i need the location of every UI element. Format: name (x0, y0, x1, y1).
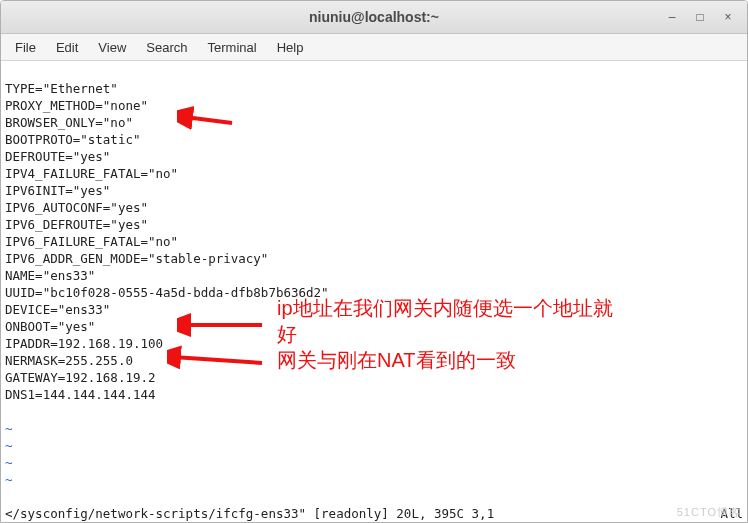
svg-line-0 (185, 117, 232, 123)
config-line: IPV6INIT="yes" (5, 183, 110, 198)
config-line: DEVICE="ens33" (5, 302, 110, 317)
config-line: DEFROUTE="yes" (5, 149, 110, 164)
config-line: IPV6_FAILURE_FATAL="no" (5, 234, 178, 249)
arrow-icon (167, 345, 267, 371)
window-controls: – □ × (659, 1, 741, 33)
vim-tilde: ~ (5, 438, 13, 453)
menu-file[interactable]: File (7, 38, 44, 57)
config-line: DNS1=144.144.144.144 (5, 387, 156, 402)
vim-statusline: </sysconfig/network-scripts/ifcfg-ens33"… (5, 505, 743, 522)
config-line: PROXY_METHOD="none" (5, 98, 148, 113)
title-bar: niuniu@localhost:~ – □ × (1, 1, 747, 34)
config-line: IPADDR=192.168.19.100 (5, 336, 163, 351)
minimize-button[interactable]: – (659, 6, 685, 28)
menu-search[interactable]: Search (138, 38, 195, 57)
status-left: </sysconfig/network-scripts/ifcfg-ens33"… (5, 505, 494, 522)
arrow-icon (177, 313, 267, 337)
vim-tilde: ~ (5, 472, 13, 487)
vim-tilde: ~ (5, 421, 13, 436)
menu-bar: File Edit View Search Terminal Help (1, 34, 747, 61)
config-line: NERMASK=255.255.0 (5, 353, 133, 368)
window-title: niuniu@localhost:~ (309, 9, 439, 25)
menu-view[interactable]: View (90, 38, 134, 57)
maximize-button[interactable]: □ (687, 6, 713, 28)
config-line: IPV4_FAILURE_FATAL="no" (5, 166, 178, 181)
config-line: IPV6_AUTOCONF="yes" (5, 200, 148, 215)
config-line: ONBOOT="yes" (5, 319, 95, 334)
config-line: IPV6_ADDR_GEN_MODE="stable-privacy" (5, 251, 268, 266)
vim-tilde: ~ (5, 455, 13, 470)
annotation-gateway: 网关与刚在NAT看到的一致 (277, 348, 516, 372)
config-line: TYPE="Ethernet" (5, 81, 118, 96)
arrow-icon (177, 103, 237, 133)
config-line: BOOTPROTO="static" (5, 132, 140, 147)
config-line: GATEWAY=192.168.19.2 (5, 370, 156, 385)
close-button[interactable]: × (715, 6, 741, 28)
svg-line-2 (173, 357, 262, 363)
watermark: 51CTO博客 (677, 505, 741, 520)
config-line: UUID="bc10f028-0555-4a5d-bdda-dfb8b7b636… (5, 285, 329, 300)
terminal-output[interactable]: TYPE="Ethernet" PROXY_METHOD="none" BROW… (1, 61, 747, 523)
menu-help[interactable]: Help (269, 38, 312, 57)
annotation-ip-2: 好 (277, 322, 297, 346)
config-line: BROWSER_ONLY="no" (5, 115, 133, 130)
config-line: NAME="ens33" (5, 268, 95, 283)
terminal-window: niuniu@localhost:~ – □ × File Edit View … (0, 0, 748, 523)
menu-edit[interactable]: Edit (48, 38, 86, 57)
menu-terminal[interactable]: Terminal (200, 38, 265, 57)
config-line: IPV6_DEFROUTE="yes" (5, 217, 148, 232)
